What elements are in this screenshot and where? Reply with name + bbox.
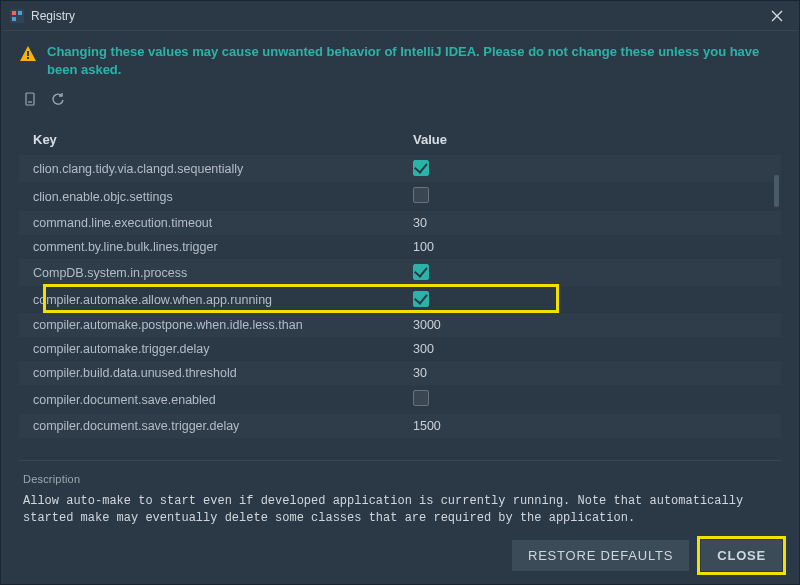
- svg-rect-6: [26, 93, 34, 105]
- row-key: compiler.document.save.trigger.delay: [33, 419, 413, 433]
- window-title: Registry: [31, 9, 75, 23]
- row-key: CompDB.system.in.process: [33, 266, 413, 280]
- row-value[interactable]: 1500: [413, 419, 777, 433]
- table-header: Key Value: [19, 124, 781, 155]
- warning-banner: Changing these values may cause unwanted…: [19, 43, 781, 86]
- svg-rect-2: [18, 11, 22, 15]
- row-value[interactable]: 30: [413, 216, 777, 230]
- toolbar: [21, 90, 781, 108]
- table-row[interactable]: compiler.document.save.enabled: [19, 385, 781, 414]
- close-icon[interactable]: [763, 2, 791, 30]
- table-row[interactable]: compiler.document.save.trigger.delay1500: [19, 414, 781, 438]
- svg-rect-5: [27, 57, 29, 59]
- content: Changing these values may cause unwanted…: [1, 31, 799, 540]
- row-key: compiler.automake.trigger.delay: [33, 342, 413, 356]
- table-row[interactable]: clion.clang.tidy.via.clangd.sequentially: [19, 155, 781, 182]
- row-value[interactable]: [413, 187, 777, 206]
- row-key: clion.clang.tidy.via.clangd.sequentially: [33, 162, 413, 176]
- refresh-button[interactable]: [49, 90, 67, 108]
- table-row[interactable]: command.line.execution.timeout30: [19, 211, 781, 235]
- row-value[interactable]: [413, 390, 777, 409]
- edit-button[interactable]: [21, 90, 39, 108]
- checkbox[interactable]: [413, 291, 429, 307]
- app-icon: [9, 8, 25, 24]
- checkbox[interactable]: [413, 390, 429, 406]
- row-value[interactable]: 300: [413, 342, 777, 356]
- row-key: compiler.automake.allow.when.app.running: [33, 293, 413, 307]
- warning-icon: [19, 45, 37, 68]
- column-key: Key: [33, 132, 413, 147]
- close-button[interactable]: CLOSE: [701, 540, 782, 571]
- row-value[interactable]: [413, 264, 777, 281]
- row-key: clion.enable.objc.settings: [33, 190, 413, 204]
- table-row[interactable]: compiler.build.data.unused.threshold30: [19, 361, 781, 385]
- checkbox[interactable]: [413, 160, 429, 176]
- row-key: compiler.build.data.unused.threshold: [33, 366, 413, 380]
- checkbox[interactable]: [413, 187, 429, 203]
- description-text: Allow auto-make to start even if develop…: [23, 493, 777, 528]
- row-value[interactable]: [413, 160, 777, 177]
- row-value[interactable]: 3000: [413, 318, 777, 332]
- table-row[interactable]: compiler.automake.allow.when.app.running: [19, 286, 781, 313]
- row-key: compiler.automake.postpone.when.idle.les…: [33, 318, 413, 332]
- restore-defaults-button[interactable]: RESTORE DEFAULTS: [512, 540, 689, 571]
- description-label: Description: [23, 473, 777, 485]
- registry-table[interactable]: clion.clang.tidy.via.clangd.sequentially…: [19, 155, 781, 438]
- description-section: Description Allow auto-make to start eve…: [19, 460, 781, 528]
- table-row[interactable]: CompDB.system.in.process: [19, 259, 781, 286]
- checkbox[interactable]: [413, 264, 429, 280]
- row-key: comment.by.line.bulk.lines.trigger: [33, 240, 413, 254]
- row-value[interactable]: [413, 291, 777, 308]
- row-key: command.line.execution.timeout: [33, 216, 413, 230]
- table-row[interactable]: compiler.automake.postpone.when.idle.les…: [19, 313, 781, 337]
- table-row[interactable]: compiler.automake.trigger.delay300: [19, 337, 781, 361]
- svg-rect-3: [12, 17, 16, 21]
- row-value[interactable]: 30: [413, 366, 777, 380]
- row-value[interactable]: 100: [413, 240, 777, 254]
- table-row[interactable]: clion.enable.objc.settings: [19, 182, 781, 211]
- svg-rect-1: [12, 11, 16, 15]
- titlebar: Registry: [1, 1, 799, 31]
- warning-text: Changing these values may cause unwanted…: [47, 43, 781, 78]
- row-key: compiler.document.save.enabled: [33, 393, 413, 407]
- svg-rect-4: [27, 51, 29, 56]
- table-row[interactable]: comment.by.line.bulk.lines.trigger100: [19, 235, 781, 259]
- column-value: Value: [413, 132, 777, 147]
- footer: RESTORE DEFAULTS CLOSE: [512, 540, 782, 571]
